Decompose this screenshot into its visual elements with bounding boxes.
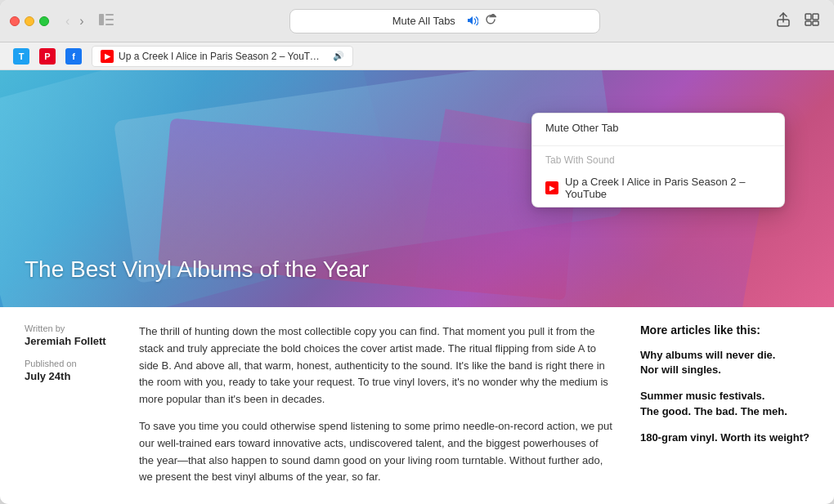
published-on-label: Published on xyxy=(25,359,114,368)
maximize-button[interactable] xyxy=(39,16,49,26)
svg-rect-0 xyxy=(99,14,104,25)
twitter-icon: T xyxy=(19,51,25,61)
article-body: The thrill of hunting down the most coll… xyxy=(139,323,616,496)
svg-rect-1 xyxy=(105,14,114,16)
sound-icon-button[interactable] xyxy=(465,12,480,29)
mute-other-tab-label: Mute Other Tab xyxy=(545,122,618,134)
svg-rect-8 xyxy=(805,21,811,25)
article-paragraph-2: To save you time you could otherwise spe… xyxy=(139,418,616,486)
share-button[interactable] xyxy=(772,10,795,33)
browser-window: ‹ › Mute All Tabs xyxy=(0,0,834,504)
sidebar-title: More articles like this: xyxy=(640,323,809,337)
active-tab[interactable]: ▶ Up a Creek I Alice in Paris Season 2 –… xyxy=(92,46,353,67)
tab-with-sound-label: Tab With Sound xyxy=(532,149,784,169)
close-button[interactable] xyxy=(10,16,20,26)
article-paragraph-1: The thrill of hunting down the most coll… xyxy=(139,323,616,408)
facebook-icon: f xyxy=(72,51,75,61)
article-meta: Written by Jeremiah Follett Published on… xyxy=(25,323,114,496)
dropdown-tab-favicon: ▶ xyxy=(545,181,558,194)
reload-button[interactable] xyxy=(483,12,498,29)
svg-rect-7 xyxy=(813,14,818,20)
new-tab-button[interactable] xyxy=(800,11,824,32)
sidebar-article-1[interactable]: Why albums will never die.Nor will singl… xyxy=(640,348,809,377)
dropdown-tab-title: Up a Creek I Alice in Paris Season 2 – Y… xyxy=(565,176,771,200)
address-bar[interactable]: Mute All Tabs xyxy=(289,9,600,33)
nav-buttons: ‹ › xyxy=(62,12,87,30)
youtube-favicon: ▶ xyxy=(101,50,114,63)
sidebar-article-2-title: Summer music festivals.The good. The bad… xyxy=(640,389,809,418)
dropdown-menu: Mute Other Tab Tab With Sound ▶ Up a Cre… xyxy=(531,113,785,207)
tab-sound-indicator: 🔊 xyxy=(333,51,344,61)
svg-rect-2 xyxy=(105,19,114,20)
minimize-button[interactable] xyxy=(25,16,34,26)
svg-rect-6 xyxy=(805,14,811,20)
article-area: Written by Jeremiah Follett Published on… xyxy=(0,307,834,504)
back-button[interactable]: ‹ xyxy=(62,12,73,30)
forward-button[interactable]: › xyxy=(76,12,87,30)
dropdown-divider xyxy=(532,145,784,146)
hero-title: The Best Vinyl Albums of the Year xyxy=(25,256,369,283)
sidebar-article-3-title: 180-gram vinyl. Worth its weight? xyxy=(640,430,809,445)
traffic-lights xyxy=(10,16,49,26)
toolbar-right xyxy=(772,10,824,33)
mute-other-tab-item[interactable]: Mute Other Tab xyxy=(532,114,784,142)
bookmark-facebook[interactable]: f xyxy=(65,48,82,65)
sidebar-article-3[interactable]: 180-gram vinyl. Worth its weight? xyxy=(640,430,809,445)
svg-rect-9 xyxy=(813,21,818,25)
address-bar-container: Mute All Tabs xyxy=(125,9,765,33)
address-bar-icons xyxy=(465,12,498,29)
tab-title: Up a Creek I Alice in Paris Season 2 – Y… xyxy=(119,51,325,62)
title-bar: ‹ › Mute All Tabs xyxy=(0,0,834,42)
address-text: Mute All Tabs xyxy=(392,15,455,27)
bookmark-twitter[interactable]: T xyxy=(13,48,29,65)
svg-rect-3 xyxy=(105,24,114,25)
sidebar-article-1-title: Why albums will never die.Nor will singl… xyxy=(640,348,809,377)
sidebar-article-2[interactable]: Summer music festivals.The good. The bad… xyxy=(640,389,809,418)
publish-date: July 24th xyxy=(25,370,114,382)
content-area: The Best Vinyl Albums of the Year Writte… xyxy=(0,70,834,504)
dropdown-tab-item[interactable]: ▶ Up a Creek I Alice in Paris Season 2 –… xyxy=(532,169,784,207)
author-name: Jeremiah Follett xyxy=(25,335,114,347)
bookmarks-bar: T P f ▶ Up a Creek I Alice in Paris Seas… xyxy=(0,42,834,70)
svg-marker-4 xyxy=(490,14,495,17)
sidebar-toggle-button[interactable] xyxy=(94,11,119,31)
pinterest-icon: P xyxy=(44,51,50,61)
written-by-label: Written by xyxy=(25,323,114,333)
bookmark-pinterest[interactable]: P xyxy=(39,48,56,65)
article-sidebar: More articles like this: Why albums will… xyxy=(640,323,809,496)
